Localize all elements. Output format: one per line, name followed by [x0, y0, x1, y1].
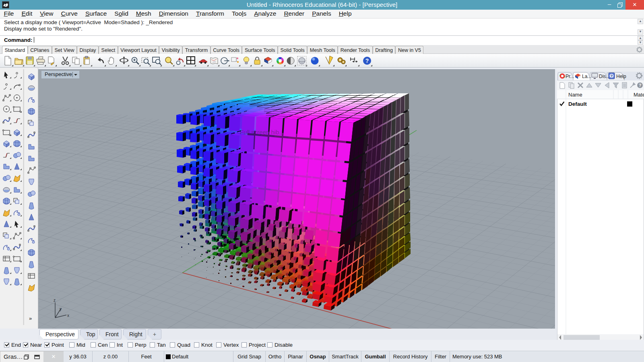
svg-text:Mate: Mate [634, 92, 644, 98]
svg-text:»: » [29, 315, 32, 321]
svg-text:Default: Default [568, 101, 587, 107]
svg-text:?: ? [365, 58, 369, 64]
svg-text:?: ? [611, 74, 613, 78]
svg-text:?: ? [639, 83, 642, 88]
svg-text:Help: Help [616, 74, 626, 79]
svg-text:Pr...: Pr... [566, 74, 574, 79]
svg-text:Dis...: Dis... [599, 74, 610, 79]
svg-text:y: y [60, 307, 62, 311]
svg-text:La...: La... [582, 74, 591, 79]
svg-text:Full screen hib...: Full screen hib... [240, 129, 284, 136]
svg-text:z: z [54, 298, 56, 302]
svg-text:x: x [67, 313, 69, 318]
svg-text:Name: Name [568, 92, 582, 98]
